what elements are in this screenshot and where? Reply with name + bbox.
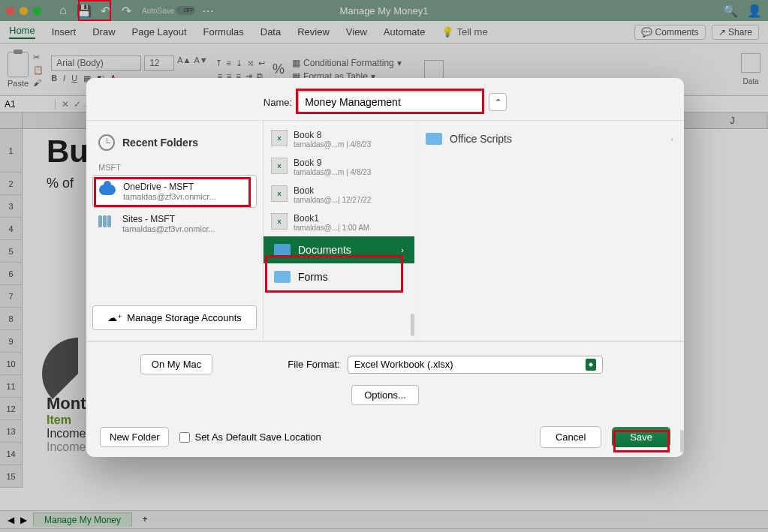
- increase-font-icon[interactable]: A▲: [177, 56, 191, 71]
- redo-icon[interactable]: ↷: [118, 2, 134, 19]
- row-header[interactable]: 10: [0, 353, 23, 375]
- row-header[interactable]: 8: [0, 308, 23, 330]
- name-label: Name:: [264, 97, 292, 108]
- comments-label: Comments: [655, 27, 699, 38]
- cancel-formula-icon[interactable]: ✕: [62, 99, 69, 110]
- list-item[interactable]: X Book1tamaldas@...| 1:00 AM: [264, 209, 414, 236]
- row-header[interactable]: 3: [0, 195, 23, 218]
- list-item[interactable]: X Book 9tamaldas@...m | 4/8/23: [264, 153, 414, 181]
- font-name-select[interactable]: Arial (Body): [51, 56, 141, 71]
- tab-view[interactable]: View: [346, 26, 367, 38]
- row-header[interactable]: 2: [0, 173, 23, 195]
- share-button[interactable]: ↗ Share: [712, 25, 759, 40]
- tell-me[interactable]: 💡 Tell me: [441, 26, 487, 38]
- bold-icon[interactable]: B: [51, 74, 57, 83]
- on-my-mac-button[interactable]: On My Mac: [140, 354, 212, 374]
- percent-icon[interactable]: %: [273, 62, 285, 77]
- row-header[interactable]: 12: [0, 398, 23, 420]
- wrap-text-icon[interactable]: ↩: [258, 59, 265, 68]
- row-header[interactable]: 9: [0, 330, 23, 353]
- conditional-formatting-button[interactable]: ▦ Conditional Formatting ▾: [292, 58, 402, 68]
- highlight-box: [94, 177, 251, 207]
- select-all-corner[interactable]: [0, 113, 23, 128]
- sheet-tab-active[interactable]: Manage My Money: [33, 512, 132, 527]
- expand-button[interactable]: ⌃: [489, 93, 507, 111]
- highlight-box: [78, 0, 111, 21]
- row-header[interactable]: 14: [0, 443, 23, 465]
- row-header[interactable]: 5: [0, 240, 23, 263]
- tab-review[interactable]: Review: [297, 26, 330, 38]
- autosave-state: OFF: [176, 6, 195, 15]
- manage-storage-button[interactable]: ☁⁺ Manage Storage Accounts: [92, 305, 257, 330]
- recent-folders-label: Recent Folders: [122, 137, 198, 149]
- tab-data[interactable]: Data: [261, 26, 281, 38]
- name-box[interactable]: A1: [0, 99, 56, 110]
- sites-title: Sites - MSFT: [122, 214, 215, 224]
- row-header[interactable]: 4: [0, 218, 23, 240]
- tab-automate[interactable]: Automate: [384, 26, 426, 38]
- orientation-icon[interactable]: ⤭: [247, 59, 254, 68]
- title-bar: ⌂ 💾 ↶ ↷ AutoSave OFF ⋯ Manage My Money1 …: [0, 0, 768, 21]
- decrease-font-icon[interactable]: A▼: [194, 56, 207, 71]
- tab-home[interactable]: Home: [9, 25, 35, 39]
- italic-icon[interactable]: I: [63, 74, 65, 83]
- search-icon[interactable]: 🔍: [723, 4, 738, 18]
- sites-location[interactable]: Sites - MSFT tamaldas@zf3vr.onmicr...: [92, 208, 257, 239]
- align-middle-icon[interactable]: ≡: [227, 59, 231, 68]
- chevron-right-icon: ›: [670, 134, 673, 143]
- row-header[interactable]: 13: [0, 420, 23, 443]
- copy-icon[interactable]: 📋: [33, 65, 44, 75]
- row-header[interactable]: 15: [0, 465, 23, 488]
- folder-icon: [274, 244, 291, 256]
- next-sheet-icon[interactable]: ▶: [20, 515, 27, 525]
- tab-formulas[interactable]: Formulas: [203, 26, 244, 38]
- cancel-button[interactable]: Cancel: [540, 426, 601, 448]
- scrollbar[interactable]: [680, 430, 684, 452]
- file-format-value: Excel Workbook (.xlsx): [354, 359, 453, 370]
- comments-button[interactable]: 💬 Comments: [634, 25, 705, 40]
- analyze-data-icon[interactable]: [741, 53, 760, 73]
- tab-draw[interactable]: Draw: [92, 26, 115, 38]
- underline-icon[interactable]: U: [71, 74, 77, 83]
- dialog-middle: On My Mac File Format: Excel Workbook (.…: [86, 341, 684, 417]
- close-window-icon[interactable]: [6, 7, 14, 15]
- scrollbar[interactable]: [411, 314, 414, 336]
- confirm-formula-icon[interactable]: ✓: [74, 99, 81, 110]
- minimize-window-icon[interactable]: [20, 7, 28, 15]
- insert-cells-icon[interactable]: [424, 60, 444, 80]
- add-sheet-button[interactable]: +: [138, 513, 152, 527]
- row-header[interactable]: 1: [0, 129, 23, 173]
- format-painter-icon[interactable]: 🖌: [33, 78, 44, 87]
- align-bottom-icon[interactable]: ⤓: [236, 59, 242, 68]
- prev-sheet-icon[interactable]: ◀: [8, 515, 14, 525]
- tab-insert[interactable]: Insert: [52, 26, 77, 38]
- recent-folders-item[interactable]: Recent Folders: [92, 131, 257, 154]
- home-icon[interactable]: ⌂: [55, 2, 71, 19]
- font-size-select[interactable]: 12: [144, 56, 174, 71]
- align-top-icon[interactable]: ⤒: [215, 59, 222, 68]
- cloud-plus-icon: ☁⁺: [107, 312, 122, 323]
- options-button[interactable]: Options...: [351, 385, 419, 405]
- row-header[interactable]: 11: [0, 375, 23, 398]
- account-icon[interactable]: 👤: [747, 4, 762, 18]
- list-item[interactable]: X Booktamaldas@...| 12/27/22: [264, 181, 414, 209]
- row-header[interactable]: 6: [0, 263, 23, 285]
- default-location-checkbox[interactable]: Set As Default Save Location: [179, 431, 321, 443]
- tab-page-layout[interactable]: Page Layout: [132, 26, 187, 38]
- file-format-select[interactable]: Excel Workbook (.xlsx): [348, 356, 603, 374]
- col-header-j[interactable]: J: [698, 113, 767, 128]
- status-bar: Ready ♿ Accessibility: Investigate ▦ ▤ ▥…: [0, 528, 768, 532]
- list-item[interactable]: X Book 8tamaldas@...m | 4/8/23: [264, 125, 414, 153]
- office-scripts-folder[interactable]: Office Scripts ›: [415, 125, 684, 152]
- more-icon[interactable]: ⋯: [200, 2, 216, 19]
- autosave-toggle[interactable]: AutoSave OFF: [142, 6, 195, 15]
- file-detail: tamaldas@...m | 4/8/23: [294, 168, 371, 176]
- paste-button[interactable]: Paste: [8, 52, 29, 88]
- row-header[interactable]: 7: [0, 285, 23, 308]
- cut-icon[interactable]: ✂: [33, 53, 44, 62]
- new-folder-button[interactable]: New Folder: [100, 427, 169, 447]
- select-arrows-icon: [586, 359, 596, 371]
- file-name: Book 9: [294, 158, 371, 168]
- fullscreen-window-icon[interactable]: [33, 7, 41, 15]
- checkbox-input[interactable]: [179, 432, 190, 443]
